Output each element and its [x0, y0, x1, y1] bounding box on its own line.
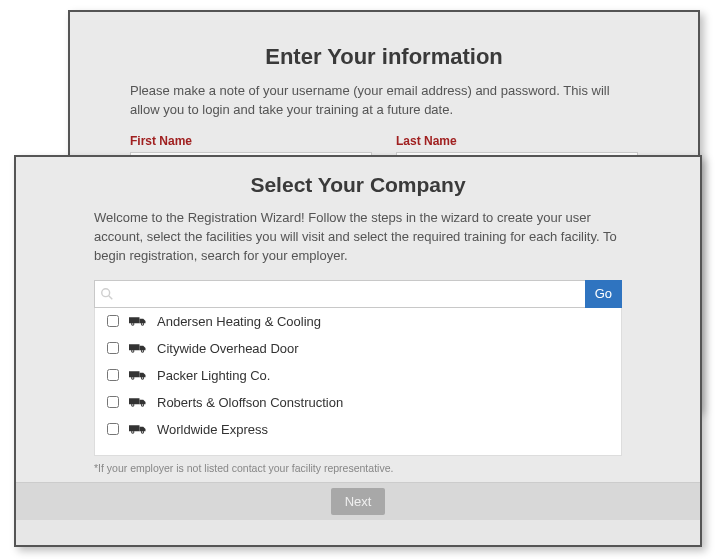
first-name-label: First Name: [130, 134, 372, 148]
page-title: Enter Your information: [130, 44, 638, 70]
svg-rect-2: [129, 317, 140, 323]
company-result-item[interactable]: Andersen Heating & Cooling: [95, 308, 621, 335]
company-name: Worldwide Express: [157, 422, 268, 437]
company-name: Citywide Overhead Door: [157, 341, 299, 356]
select-company-window: Select Your Company Welcome to the Regis…: [14, 155, 702, 547]
company-result-item[interactable]: Packer Lighting Co.: [95, 362, 621, 389]
company-result-item[interactable]: Worldwide Express: [95, 416, 621, 443]
search-box: [94, 280, 585, 308]
page-subtitle: Please make a note of your username (you…: [130, 82, 638, 120]
svg-point-25: [132, 431, 134, 433]
truck-icon: [129, 396, 147, 408]
company-search-input[interactable]: [94, 280, 585, 308]
company-checkbox[interactable]: [107, 315, 119, 327]
svg-point-0: [102, 288, 110, 296]
company-checkbox[interactable]: [107, 369, 119, 381]
svg-line-1: [109, 295, 113, 299]
svg-rect-17: [129, 398, 140, 404]
svg-point-11: [142, 350, 144, 352]
company-checkbox[interactable]: [107, 396, 119, 408]
svg-point-16: [142, 377, 144, 379]
company-name: Packer Lighting Co.: [157, 368, 270, 383]
next-button[interactable]: Next: [331, 488, 386, 515]
truck-icon: [129, 369, 147, 381]
page-title: Select Your Company: [94, 173, 622, 197]
truck-icon: [129, 315, 147, 327]
company-result-item[interactable]: Citywide Overhead Door: [95, 335, 621, 362]
svg-point-5: [132, 323, 134, 325]
truck-icon: [129, 342, 147, 354]
company-results-list[interactable]: Andersen Heating & CoolingCitywide Overh…: [94, 308, 622, 456]
svg-rect-7: [129, 344, 140, 350]
svg-rect-12: [129, 371, 140, 377]
company-checkbox[interactable]: [107, 342, 119, 354]
company-name: Roberts & Oloffson Construction: [157, 395, 343, 410]
last-name-label: Last Name: [396, 134, 638, 148]
search-icon: [100, 287, 114, 301]
page-subtitle: Welcome to the Registration Wizard! Foll…: [94, 209, 622, 266]
company-name: Andersen Heating & Cooling: [157, 314, 321, 329]
svg-point-6: [142, 323, 144, 325]
employer-footnote: *If your employer is not listed contact …: [94, 462, 622, 474]
enter-info-body: Enter Your information Please make a not…: [70, 30, 698, 120]
company-result-item[interactable]: Roberts & Oloffson Construction: [95, 389, 621, 416]
svg-point-21: [142, 404, 144, 406]
go-button[interactable]: Go: [585, 280, 622, 308]
truck-icon: [129, 423, 147, 435]
company-checkbox[interactable]: [107, 423, 119, 435]
svg-point-20: [132, 404, 134, 406]
wizard-footer: Next: [16, 482, 700, 520]
search-row: Go: [94, 280, 622, 308]
select-company-body: Select Your Company Welcome to the Regis…: [16, 157, 700, 482]
svg-point-10: [132, 350, 134, 352]
svg-rect-22: [129, 425, 140, 431]
svg-point-15: [132, 377, 134, 379]
svg-point-26: [142, 431, 144, 433]
